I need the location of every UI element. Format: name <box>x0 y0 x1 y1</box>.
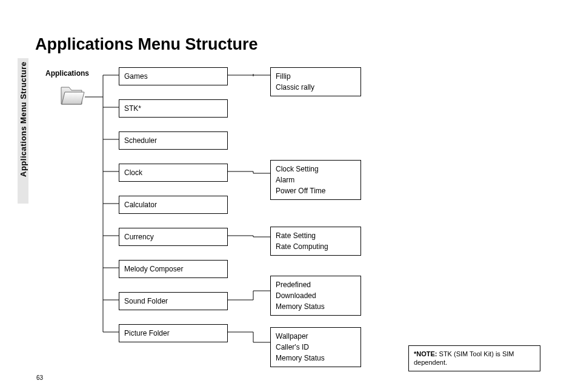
menu-label: Games <box>124 72 148 81</box>
note-box: *NOTE: STK (SIM Tool Kit) is SIM depende… <box>408 345 540 371</box>
menu-label: STK* <box>124 104 141 113</box>
submenu-line: Downloaded <box>276 290 356 301</box>
menu-picture: Picture Folder <box>119 324 228 342</box>
menu-label: Sound Folder <box>124 297 168 305</box>
side-tab-label: Applications Menu Structure <box>18 62 28 200</box>
submenu-line: Wallpaper <box>276 331 356 342</box>
submenu-currency: Rate Setting Rate Computing <box>270 227 361 256</box>
submenu-line: Clock Setting <box>276 164 356 174</box>
submenu-line: Rate Setting <box>276 230 356 241</box>
side-tab: Applications Menu Structure <box>18 58 28 204</box>
menu-clock: Clock <box>119 164 228 182</box>
note-prefix: *NOTE: <box>414 350 439 357</box>
menu-label: Currency <box>124 233 154 241</box>
submenu-line: Alarm <box>276 174 356 185</box>
submenu-line: Classic rally <box>276 82 356 93</box>
menu-stk: STK* <box>119 99 228 118</box>
root-label: Applications <box>45 69 89 78</box>
menu-label: Calculator <box>124 201 157 209</box>
folder-icon <box>59 85 85 107</box>
menu-sound: Sound Folder <box>119 292 228 310</box>
menu-calculator: Calculator <box>119 196 228 214</box>
submenu-line: Caller's ID <box>276 342 356 353</box>
submenu-games: Fillip Classic rally <box>270 67 361 96</box>
menu-label: Melody Composer <box>124 265 183 273</box>
submenu-line: Predefined <box>276 279 356 290</box>
menu-scheduler: Scheduler <box>119 131 228 150</box>
submenu-line: Memory Status <box>276 301 356 312</box>
menu-label: Clock <box>124 168 142 177</box>
submenu-line: Memory Status <box>276 353 356 364</box>
submenu-clock: Clock Setting Alarm Power Off Time <box>270 160 361 200</box>
submenu-line: Rate Computing <box>276 241 356 252</box>
submenu-picture: Wallpaper Caller's ID Memory Status <box>270 327 361 367</box>
page-title: Applications Menu Structure <box>35 35 258 54</box>
page-number: 63 <box>36 374 43 381</box>
submenu-sound: Predefined Downloaded Memory Status <box>270 276 361 316</box>
submenu-line: Fillip <box>276 71 356 82</box>
menu-melody: Melody Composer <box>119 260 228 278</box>
menu-currency: Currency <box>119 228 228 246</box>
menu-games: Games <box>119 67 228 85</box>
menu-label: Picture Folder <box>124 329 170 337</box>
submenu-line: Power Off Time <box>276 185 356 196</box>
menu-label: Scheduler <box>124 136 157 145</box>
